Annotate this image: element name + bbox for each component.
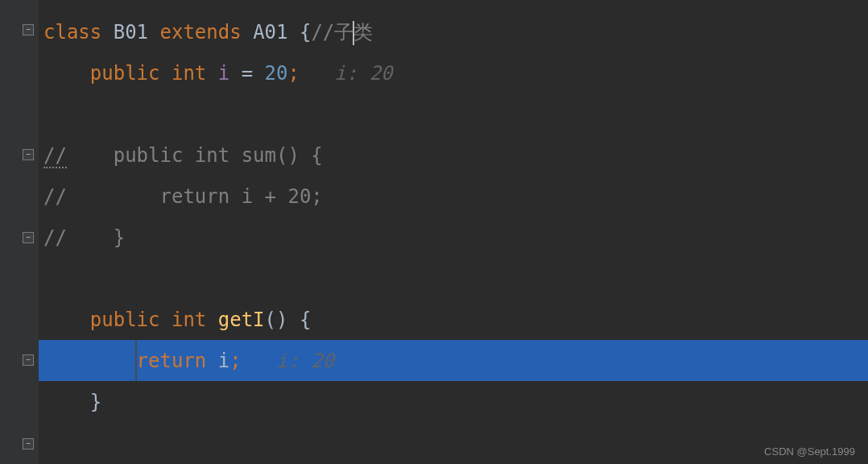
- keyword-int: int: [172, 309, 206, 331]
- identifier: i: [218, 62, 229, 85]
- brace-open: {: [300, 309, 311, 331]
- watermark-text: CSDN @Sept.1999: [764, 445, 855, 458]
- fold-marker-icon[interactable]: [23, 354, 34, 366]
- keyword-public: public: [90, 62, 160, 85]
- comment: // }: [43, 226, 125, 249]
- keyword-int: int: [172, 62, 206, 85]
- keyword-public: public: [90, 309, 160, 331]
- semicolon: ;: [229, 350, 241, 372]
- text-cursor: [353, 21, 354, 45]
- code-line[interactable]: // public int sum() {: [39, 135, 868, 176]
- comment: // public int sum() {: [43, 144, 323, 167]
- brace-close: }: [90, 391, 101, 413]
- fold-marker-icon[interactable]: [23, 438, 34, 450]
- equals: =: [242, 62, 253, 85]
- code-line[interactable]: class B01 extends A01 {//子类: [39, 11, 868, 52]
- inline-hint: i: 20: [276, 350, 334, 372]
- fold-marker-icon[interactable]: [23, 232, 34, 243]
- gutter: [0, 0, 39, 464]
- semicolon: ;: [287, 62, 299, 85]
- code-line-empty[interactable]: [39, 93, 868, 135]
- super-class-name: A01: [253, 21, 287, 44]
- code-line[interactable]: public int i = 20; i: 20: [39, 52, 868, 93]
- keyword-extends: extends: [160, 21, 242, 44]
- comment: // return i + 20;: [43, 185, 323, 208]
- parens: (): [265, 309, 288, 331]
- keyword-return: return: [137, 350, 207, 372]
- code-line[interactable]: }: [39, 381, 868, 422]
- brace-open: {: [300, 21, 311, 44]
- code-line[interactable]: // return i + 20;: [39, 176, 868, 217]
- caret-column-indicator: [135, 340, 137, 381]
- fold-marker-icon[interactable]: [23, 149, 34, 160]
- code-line-highlighted[interactable]: return i; i: 20: [39, 340, 868, 381]
- number-literal: 20: [265, 62, 288, 85]
- code-line-empty[interactable]: [39, 258, 868, 299]
- code-editor[interactable]: class B01 extends A01 {//子类 public int i…: [0, 0, 868, 464]
- identifier: i: [218, 350, 229, 372]
- inline-hint: i: 20: [334, 62, 392, 85]
- class-name: B01: [114, 21, 148, 44]
- comment: //子类: [311, 19, 373, 45]
- code-area[interactable]: class B01 extends A01 {//子类 public int i…: [39, 0, 868, 464]
- fold-marker-icon[interactable]: [23, 24, 34, 35]
- code-line[interactable]: // }: [39, 217, 868, 258]
- method-name: getI: [218, 309, 265, 331]
- code-line[interactable]: public int getI() {: [39, 299, 868, 340]
- keyword-class: class: [43, 21, 101, 44]
